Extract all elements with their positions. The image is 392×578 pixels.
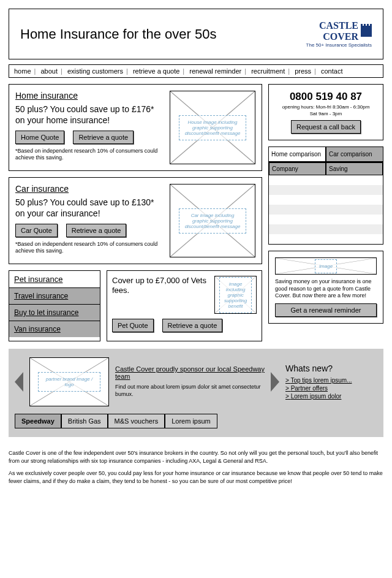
header: Home Insurance for the over 50s CASTLE C… xyxy=(9,9,383,59)
pet-image-label: image including graphic supporting benef… xyxy=(219,277,252,313)
sponsor-title[interactable]: Castle Cover proudly sponsor our local S… xyxy=(115,365,265,380)
logo-text-2: COVER xyxy=(319,31,358,42)
sponsor-body: Find out more about lorem ipsum dolor si… xyxy=(115,384,265,398)
comparison-table: Company Saving xyxy=(268,162,383,245)
phone-hours-2: Sat 9am - 3pm xyxy=(275,111,377,116)
nav-existing[interactable]: existing customers xyxy=(67,67,123,75)
logo-text-1: CASTLE xyxy=(319,20,358,31)
home-disclaimer: *Based on independent research 10% of co… xyxy=(15,148,164,161)
car-insurance-title: Car insurance xyxy=(15,184,69,194)
comparison-col-saving: Saving xyxy=(326,162,383,175)
tab-british-gas[interactable]: British Gas xyxy=(61,414,108,428)
phone-panel: 0800 519 40 87 opening hours: Mon-fri 8:… xyxy=(268,84,383,140)
reminder-panel: Image Saving money on your insurance is … xyxy=(268,251,383,324)
footer-copy: Castle Cover is one of the few independe… xyxy=(9,449,383,485)
pet-panel: Cover up to £7,000 of Vets fees. image i… xyxy=(107,270,262,341)
reminder-image-placeholder: Image xyxy=(275,257,377,275)
home-quote-button[interactable]: Home Quote xyxy=(15,131,64,144)
reminder-image-label: Image xyxy=(315,259,337,273)
castle-icon xyxy=(361,26,372,37)
tab-ms-vouchers[interactable]: M&S vouchers xyxy=(108,414,165,428)
nav-contact[interactable]: contact xyxy=(321,67,342,75)
nav-home[interactable]: home xyxy=(14,67,31,75)
tab-car-comparison[interactable]: Car comparison xyxy=(326,146,383,162)
home-insurance-headline: 50 plus? You could save up to £176* on y… xyxy=(15,104,164,126)
other-insurance-row: Pet insurance Travel insurance Buy to le… xyxy=(9,270,262,341)
home-insurance-panel: Home insurance 50 plus? You could save u… xyxy=(9,84,262,171)
partner-tabs: Speedway British Gas M&S vouchers Lorem … xyxy=(15,414,377,428)
whatsnew-panel: Whats new? > Top tips lorem ipsum... > P… xyxy=(285,363,377,401)
car-disclaimer: *Based on independent research 10% of co… xyxy=(15,241,164,254)
car-insurance-panel: Car insurance 50 plus? You could save up… xyxy=(9,177,262,264)
nav-retrieve[interactable]: retrieve a quote xyxy=(133,67,179,75)
whatsnew-item-1[interactable]: > Top tips lorem ipsum... xyxy=(285,377,377,384)
footer-p2: As we exclusively cover people over 50, … xyxy=(9,470,383,485)
footer-p1: Castle Cover is one of the few independe… xyxy=(9,449,383,465)
van-insurance-link[interactable]: Van insurance xyxy=(9,321,100,337)
pet-headline: Cover up to £7,000 of Vets fees. xyxy=(112,276,209,314)
logo: CASTLE COVER The 50+ Insurance Specialis… xyxy=(306,20,372,48)
comparison-col-company: Company xyxy=(269,162,326,175)
tab-speedway[interactable]: Speedway xyxy=(15,414,61,428)
page-title: Home Insurance for the over 50s xyxy=(20,26,216,42)
comparison-widget: Home comparison Car comparison Company S… xyxy=(268,146,383,245)
home-image-label: House image including graphic supporting… xyxy=(179,115,246,140)
carousel-prev-icon[interactable] xyxy=(15,372,23,392)
insurance-list: Pet insurance Travel insurance Buy to le… xyxy=(9,270,100,341)
logo-tagline: The 50+ Insurance Specialists xyxy=(306,42,372,48)
tab-lorem[interactable]: Lorem ipsum xyxy=(165,414,217,428)
car-insurance-headline: 50 plus? You could save up to £130* on y… xyxy=(15,197,164,219)
pet-quote-button[interactable]: Pet Quote xyxy=(112,319,154,332)
car-image-label: Car image including graphic supporting d… xyxy=(179,208,246,234)
nav-press[interactable]: press xyxy=(295,67,311,75)
travel-insurance-link[interactable]: Travel insurance xyxy=(9,287,100,304)
pet-insurance-link[interactable]: Pet insurance xyxy=(9,271,100,287)
car-image-placeholder: Car image including graphic supporting d… xyxy=(170,184,255,257)
reminder-text: Saving money on your insurance is one go… xyxy=(275,278,377,300)
tab-home-comparison[interactable]: Home comparison xyxy=(268,146,326,162)
car-quote-button[interactable]: Car Quote xyxy=(15,224,58,237)
car-retrieve-button[interactable]: Retrieve a quote xyxy=(66,224,127,237)
footer-band: partner brand image / logo Castle Cover … xyxy=(9,349,383,437)
pet-retrieve-button[interactable]: Retrieve a quote xyxy=(162,319,223,332)
whatsnew-item-3[interactable]: > Lorem ipsum dolor xyxy=(285,393,377,400)
carousel-next-icon[interactable] xyxy=(271,372,279,392)
pet-image-placeholder: image including graphic supporting benef… xyxy=(214,276,257,314)
home-insurance-title: Home insurance xyxy=(15,91,78,101)
phone-number: 0800 519 40 87 xyxy=(275,91,377,103)
nav-about[interactable]: about xyxy=(40,67,58,75)
sponsor-image-label: partner brand image / logo xyxy=(38,372,100,392)
callback-button[interactable]: Request a call back xyxy=(291,120,361,134)
home-image-placeholder: House image including graphic supporting… xyxy=(170,91,255,164)
whatsnew-item-2[interactable]: > Partner offers xyxy=(285,385,377,392)
sponsor-image-placeholder: partner brand image / logo xyxy=(29,357,109,406)
phone-hours-1: opening hours: Mon-fri 8:30am - 6:30pm xyxy=(275,104,377,110)
nav-renewal[interactable]: renewal reminder xyxy=(189,67,241,75)
buytolet-insurance-link[interactable]: Buy to let insurance xyxy=(9,304,100,321)
renewal-reminder-button[interactable]: Get a renewal reminder xyxy=(275,303,377,317)
nav-recruitment[interactable]: recruitment xyxy=(251,67,285,75)
home-retrieve-button[interactable]: Retrieve a quote xyxy=(73,131,134,144)
whatsnew-title: Whats new? xyxy=(285,363,377,373)
main-nav: home| about| existing customers| retriev… xyxy=(9,64,383,78)
